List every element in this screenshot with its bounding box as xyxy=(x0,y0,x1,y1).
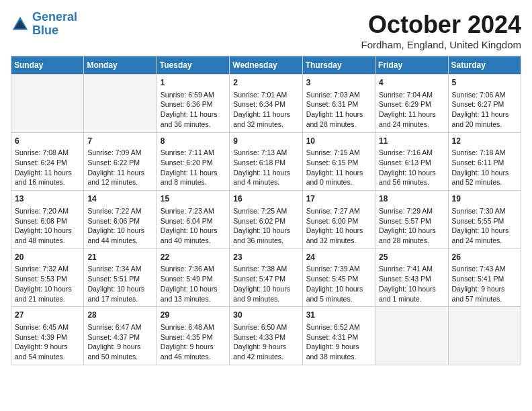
calendar-day-cell: 9Sunrise: 7:13 AM Sunset: 6:18 PM Daylig… xyxy=(230,132,302,191)
calendar-day-cell: 19Sunrise: 7:30 AM Sunset: 5:55 PM Dayli… xyxy=(448,191,521,249)
day-number: 2 xyxy=(233,77,298,89)
day-info: Sunrise: 7:11 AM Sunset: 6:20 PM Dayligh… xyxy=(161,148,226,187)
calendar-day-cell: 1Sunrise: 6:59 AM Sunset: 6:36 PM Daylig… xyxy=(157,75,229,133)
day-number: 4 xyxy=(379,77,444,89)
day-number: 31 xyxy=(306,310,371,321)
day-number: 20 xyxy=(15,252,80,263)
calendar-day-cell: 3Sunrise: 7:03 AM Sunset: 6:31 PM Daylig… xyxy=(302,75,375,133)
weekday-header: Thursday xyxy=(302,56,375,75)
day-number: 1 xyxy=(161,77,226,89)
day-info: Sunrise: 7:23 AM Sunset: 6:04 PM Dayligh… xyxy=(161,206,226,246)
day-number: 22 xyxy=(161,252,226,263)
weekday-header: Saturday xyxy=(448,56,521,75)
day-number: 25 xyxy=(379,252,444,263)
day-number: 3 xyxy=(306,77,371,89)
day-number: 8 xyxy=(161,136,226,147)
calendar-day-cell xyxy=(448,307,521,365)
day-info: Sunrise: 7:43 AM Sunset: 5:41 PM Dayligh… xyxy=(452,264,517,304)
day-number: 14 xyxy=(87,193,152,205)
calendar-day-cell: 30Sunrise: 6:50 AM Sunset: 4:33 PM Dayli… xyxy=(230,307,302,365)
weekday-header-row: SundayMondayTuesdayWednesdayThursdayFrid… xyxy=(11,56,521,75)
calendar-day-cell: 23Sunrise: 7:38 AM Sunset: 5:47 PM Dayli… xyxy=(230,248,302,307)
weekday-header: Wednesday xyxy=(230,56,302,75)
calendar-day-cell: 16Sunrise: 7:25 AM Sunset: 6:02 PM Dayli… xyxy=(230,191,302,249)
day-number: 16 xyxy=(233,193,298,205)
calendar-day-cell: 20Sunrise: 7:32 AM Sunset: 5:53 PM Dayli… xyxy=(11,248,84,307)
calendar-day-cell: 15Sunrise: 7:23 AM Sunset: 6:04 PM Dayli… xyxy=(157,191,229,249)
logo-text: GeneralBlue xyxy=(32,11,77,38)
day-number: 23 xyxy=(233,252,298,263)
calendar-day-cell: 13Sunrise: 7:20 AM Sunset: 6:08 PM Dayli… xyxy=(11,191,84,249)
calendar-day-cell: 27Sunrise: 6:45 AM Sunset: 4:39 PM Dayli… xyxy=(11,307,84,365)
calendar-body: 1Sunrise: 6:59 AM Sunset: 6:36 PM Daylig… xyxy=(11,75,521,365)
day-info: Sunrise: 7:32 AM Sunset: 5:53 PM Dayligh… xyxy=(15,264,80,304)
day-info: Sunrise: 7:03 AM Sunset: 6:31 PM Dayligh… xyxy=(306,90,371,130)
logo-icon xyxy=(11,15,30,34)
weekday-header: Tuesday xyxy=(157,56,229,75)
day-number: 5 xyxy=(452,77,517,89)
calendar-day-cell: 8Sunrise: 7:11 AM Sunset: 6:20 PM Daylig… xyxy=(157,132,229,191)
day-info: Sunrise: 7:15 AM Sunset: 6:15 PM Dayligh… xyxy=(306,148,371,187)
day-info: Sunrise: 6:50 AM Sunset: 4:33 PM Dayligh… xyxy=(233,322,298,362)
day-number: 26 xyxy=(452,252,517,263)
day-info: Sunrise: 7:13 AM Sunset: 6:18 PM Dayligh… xyxy=(233,148,298,187)
month-title: October 2024 xyxy=(361,11,521,39)
day-number: 30 xyxy=(233,310,298,321)
day-info: Sunrise: 7:29 AM Sunset: 5:57 PM Dayligh… xyxy=(379,206,444,246)
location: Fordham, England, United Kingdom xyxy=(361,39,521,50)
calendar-week-row: 27Sunrise: 6:45 AM Sunset: 4:39 PM Dayli… xyxy=(11,307,521,365)
day-number: 29 xyxy=(161,310,226,321)
day-number: 21 xyxy=(87,252,152,263)
day-info: Sunrise: 7:30 AM Sunset: 5:55 PM Dayligh… xyxy=(452,206,517,246)
logo: GeneralBlue xyxy=(11,11,77,38)
calendar-day-cell: 29Sunrise: 6:48 AM Sunset: 4:35 PM Dayli… xyxy=(157,307,229,365)
page-header: GeneralBlue October 2024 Fordham, Englan… xyxy=(11,11,521,50)
calendar-day-cell: 11Sunrise: 7:16 AM Sunset: 6:13 PM Dayli… xyxy=(375,132,448,191)
day-info: Sunrise: 7:08 AM Sunset: 6:24 PM Dayligh… xyxy=(15,148,80,187)
day-number: 15 xyxy=(161,193,226,205)
day-number: 12 xyxy=(452,136,517,147)
day-info: Sunrise: 7:36 AM Sunset: 5:49 PM Dayligh… xyxy=(161,264,226,304)
day-info: Sunrise: 7:06 AM Sunset: 6:27 PM Dayligh… xyxy=(452,90,517,130)
calendar-day-cell: 28Sunrise: 6:47 AM Sunset: 4:37 PM Dayli… xyxy=(84,307,157,365)
day-info: Sunrise: 6:45 AM Sunset: 4:39 PM Dayligh… xyxy=(15,322,80,362)
calendar-day-cell xyxy=(375,307,448,365)
calendar-day-cell: 26Sunrise: 7:43 AM Sunset: 5:41 PM Dayli… xyxy=(448,248,521,307)
calendar-day-cell: 22Sunrise: 7:36 AM Sunset: 5:49 PM Dayli… xyxy=(157,248,229,307)
day-info: Sunrise: 7:09 AM Sunset: 6:22 PM Dayligh… xyxy=(87,148,152,187)
day-info: Sunrise: 7:04 AM Sunset: 6:29 PM Dayligh… xyxy=(379,90,444,130)
weekday-header: Sunday xyxy=(11,56,84,75)
day-number: 28 xyxy=(87,310,152,321)
day-info: Sunrise: 6:59 AM Sunset: 6:36 PM Dayligh… xyxy=(161,90,226,130)
day-number: 27 xyxy=(15,310,80,321)
calendar-day-cell: 17Sunrise: 7:27 AM Sunset: 6:00 PM Dayli… xyxy=(302,191,375,249)
day-info: Sunrise: 7:27 AM Sunset: 6:00 PM Dayligh… xyxy=(306,206,371,246)
day-info: Sunrise: 7:18 AM Sunset: 6:11 PM Dayligh… xyxy=(452,148,517,187)
day-number: 6 xyxy=(15,136,80,147)
day-info: Sunrise: 7:22 AM Sunset: 6:06 PM Dayligh… xyxy=(87,206,152,246)
weekday-header: Monday xyxy=(84,56,157,75)
calendar-day-cell xyxy=(84,75,157,133)
day-number: 17 xyxy=(306,193,371,205)
day-info: Sunrise: 7:41 AM Sunset: 5:43 PM Dayligh… xyxy=(379,264,444,304)
calendar-day-cell: 10Sunrise: 7:15 AM Sunset: 6:15 PM Dayli… xyxy=(302,132,375,191)
day-info: Sunrise: 7:16 AM Sunset: 6:13 PM Dayligh… xyxy=(379,148,444,187)
calendar-week-row: 6Sunrise: 7:08 AM Sunset: 6:24 PM Daylig… xyxy=(11,132,521,191)
calendar-day-cell: 21Sunrise: 7:34 AM Sunset: 5:51 PM Dayli… xyxy=(84,248,157,307)
calendar-day-cell: 4Sunrise: 7:04 AM Sunset: 6:29 PM Daylig… xyxy=(375,75,448,133)
calendar-table: SundayMondayTuesdayWednesdayThursdayFrid… xyxy=(11,56,521,365)
calendar-day-cell: 24Sunrise: 7:39 AM Sunset: 5:45 PM Dayli… xyxy=(302,248,375,307)
day-info: Sunrise: 7:34 AM Sunset: 5:51 PM Dayligh… xyxy=(87,264,152,304)
day-number: 10 xyxy=(306,136,371,147)
calendar-day-cell xyxy=(11,75,84,133)
weekday-header: Friday xyxy=(375,56,448,75)
calendar-day-cell: 31Sunrise: 6:52 AM Sunset: 4:31 PM Dayli… xyxy=(302,307,375,365)
day-number: 18 xyxy=(379,193,444,205)
day-number: 7 xyxy=(87,136,152,147)
calendar-header: SundayMondayTuesdayWednesdayThursdayFrid… xyxy=(11,56,521,75)
calendar-day-cell: 14Sunrise: 7:22 AM Sunset: 6:06 PM Dayli… xyxy=(84,191,157,249)
calendar-day-cell: 6Sunrise: 7:08 AM Sunset: 6:24 PM Daylig… xyxy=(11,132,84,191)
day-info: Sunrise: 7:38 AM Sunset: 5:47 PM Dayligh… xyxy=(233,264,298,304)
calendar-day-cell: 5Sunrise: 7:06 AM Sunset: 6:27 PM Daylig… xyxy=(448,75,521,133)
calendar-day-cell: 2Sunrise: 7:01 AM Sunset: 6:34 PM Daylig… xyxy=(230,75,302,133)
